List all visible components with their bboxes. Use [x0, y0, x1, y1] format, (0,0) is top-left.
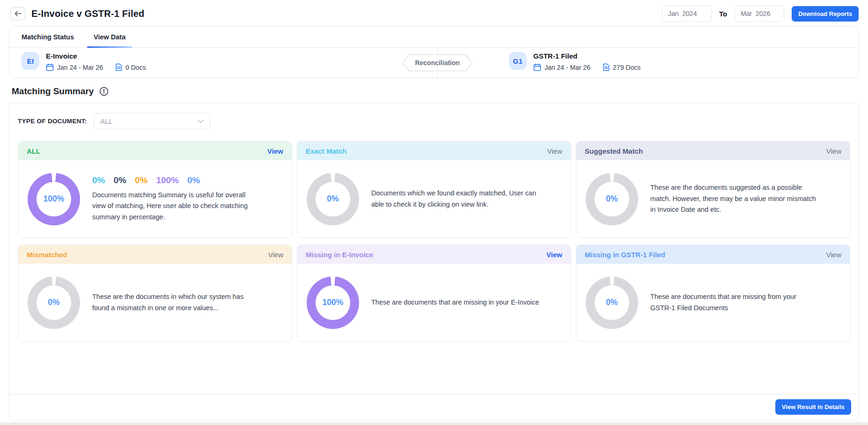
reconciliation-panel: Matching Status View Data EI E-Invoice J…	[9, 26, 859, 78]
comparison-row: EI E-Invoice Jan 24 - Mar 26 0 Docs Reco…	[9, 48, 859, 78]
card-mismatched-title: Mismatched	[27, 251, 67, 259]
card-exact-match-view-link[interactable]: View	[547, 147, 562, 155]
card-missing-e-invoice-view-link[interactable]: View	[546, 251, 562, 259]
card-mismatched-view-link[interactable]: View	[268, 251, 283, 259]
document-icon	[603, 63, 610, 71]
card-missing-e-invoice-percent: 100%	[316, 285, 350, 320]
card-exact-match-title: Exact Match	[306, 147, 347, 155]
document-icon	[115, 63, 122, 71]
card-missing-gstr1-filed-percent: 0%	[595, 285, 629, 320]
e-invoice-name: E-Invoice	[46, 52, 146, 60]
card-suggested-match-description: These are the documents suggested as a p…	[650, 182, 819, 215]
gstr1-badge: G1	[509, 52, 527, 70]
card-all-donut-chart: 100%	[28, 173, 80, 225]
stat-exact-match: 0%	[92, 175, 105, 186]
card-exact-match: Exact Match View 0% Documents which we f…	[297, 141, 571, 238]
card-missing-e-invoice: Missing in E-Invoice View 100% These are…	[297, 245, 571, 342]
card-missing-gstr1-filed-description: These are documents that are missing fro…	[650, 291, 819, 313]
panel-footer: View Result in Details	[9, 394, 859, 420]
reconciliation-badge: Reconciliation	[402, 54, 472, 71]
date-to-label: To	[719, 10, 727, 18]
card-all-description: Documents matching Summary is useful for…	[92, 190, 261, 223]
card-all-percent: 100%	[37, 182, 71, 216]
stat-missing-gstr1: 0%	[187, 175, 200, 186]
calendar-icon	[533, 63, 541, 71]
gstr1-docs-count: 279 Docs	[603, 63, 640, 71]
stat-missing-e-invoice: 100%	[156, 175, 179, 186]
gstr1-date-range: Jan 24 - Mar 26	[533, 63, 590, 71]
calendar-icon	[46, 63, 54, 71]
card-missing-e-invoice-donut-chart: 100%	[307, 276, 359, 329]
document-type-value: ALL	[101, 118, 113, 125]
matching-summary-panel: TYPE OF DOCUMENT: ALL ALL View 100% 0% 0…	[9, 103, 859, 421]
document-type-select[interactable]: ALL	[94, 113, 211, 129]
summary-cards-grid: ALL View 100% 0% 0% 0% 100% 0% Documents…	[18, 141, 850, 342]
tabs-bar: Matching Status View Data	[9, 27, 859, 48]
card-mismatched-description: These are the documents in which our sys…	[92, 291, 261, 313]
e-invoice-docs-count: 0 Docs	[115, 63, 146, 71]
gstr1-source: G1 GSTR-1 Filed Jan 24 - Mar 26 279 Docs	[434, 48, 859, 78]
card-exact-match-donut-chart: 0%	[307, 173, 359, 225]
bottom-strip	[0, 422, 868, 425]
panel-spacer	[9, 342, 859, 394]
card-mismatched-donut-chart: 0%	[28, 276, 80, 329]
matching-summary-title: Matching Summary	[12, 86, 94, 97]
e-invoice-badge: EI	[22, 52, 39, 70]
tab-matching-status[interactable]: Matching Status	[22, 27, 74, 47]
card-suggested-match: Suggested Match View 0% These are the do…	[576, 141, 850, 238]
card-exact-match-percent: 0%	[316, 182, 350, 216]
back-arrow-icon	[15, 11, 22, 16]
stat-suggested-match: 0%	[113, 175, 126, 186]
card-missing-gstr1-filed-title: Missing in GSTR-1 Filed	[585, 251, 665, 259]
card-suggested-match-donut-chart: 0%	[586, 173, 638, 225]
tab-view-data[interactable]: View Data	[94, 27, 125, 47]
back-button[interactable]	[10, 7, 25, 20]
card-all: ALL View 100% 0% 0% 0% 100% 0% Documents…	[18, 141, 292, 238]
card-missing-gstr1-filed-view-link[interactable]: View	[826, 251, 841, 259]
info-icon[interactable]	[99, 87, 109, 96]
document-type-filter: TYPE OF DOCUMENT: ALL	[9, 103, 859, 129]
date-from-input[interactable]	[662, 6, 712, 22]
card-missing-e-invoice-title: Missing in E-Invoice	[306, 251, 373, 259]
stat-mismatched: 0%	[135, 175, 147, 186]
gstr1-name: GSTR-1 Filed	[533, 52, 640, 60]
card-all-title: ALL	[27, 147, 40, 155]
card-mismatched: Mismatched View 0% These are the documen…	[18, 245, 292, 342]
card-suggested-match-view-link[interactable]: View	[826, 147, 841, 155]
view-result-in-details-button[interactable]: View Result in Details	[775, 399, 851, 415]
e-invoice-source: EI E-Invoice Jan 24 - Mar 26 0 Docs	[9, 48, 434, 78]
date-to-input[interactable]	[735, 6, 784, 22]
card-missing-gstr1-filed-donut-chart: 0%	[586, 276, 638, 329]
document-type-label: TYPE OF DOCUMENT:	[18, 118, 87, 125]
card-mismatched-percent: 0%	[37, 285, 71, 320]
download-reports-button[interactable]: Download Reports	[792, 6, 859, 22]
card-suggested-match-percent: 0%	[595, 182, 629, 216]
e-invoice-date-range: Jan 24 - Mar 26	[46, 63, 103, 71]
card-all-view-link[interactable]: View	[267, 147, 283, 155]
card-missing-gstr1-filed: Missing in GSTR-1 Filed View 0% These ar…	[576, 245, 850, 342]
matching-summary-heading: Matching Summary	[12, 86, 859, 97]
top-header: E-Invoice v GSTR-1 Filed To Download Rep…	[0, 0, 868, 26]
card-exact-match-description: Documents which we found exactly matched…	[371, 188, 540, 210]
card-all-stats-row: 0% 0% 0% 100% 0%	[92, 175, 261, 186]
card-missing-e-invoice-description: These are documents that are missing in …	[371, 297, 539, 308]
card-suggested-match-title: Suggested Match	[585, 147, 643, 155]
page-title: E-Invoice v GSTR-1 Filed	[31, 8, 145, 19]
chevron-down-icon	[198, 119, 204, 123]
